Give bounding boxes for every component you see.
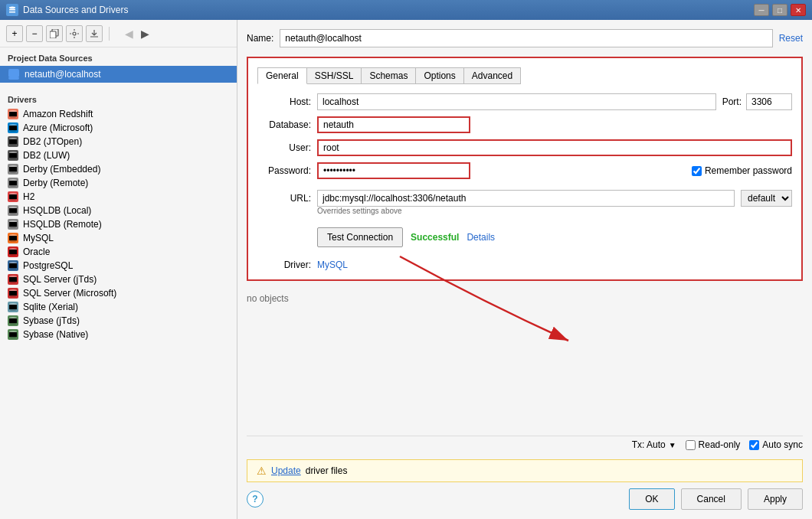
window-title: Data Sources and Drivers	[23, 5, 754, 15]
driver-item-10[interactable]: Oracle	[0, 245, 237, 259]
driver-item-8[interactable]: HSQLDB (Remote)	[0, 217, 237, 231]
back-button[interactable]: ◀	[122, 26, 136, 41]
port-input[interactable]	[746, 93, 792, 110]
help-button[interactable]: ?	[247, 491, 264, 508]
datasource-item-netauth[interactable]: netauth@localhost	[0, 66, 237, 83]
password-label: Password:	[257, 165, 311, 176]
driver-name-14: Sqlite (Xerial)	[23, 302, 78, 312]
host-label: Host:	[257, 96, 311, 107]
name-input[interactable]	[280, 29, 772, 47]
driver-name-0: Amazon Redshift	[23, 109, 93, 119]
tab-schemas[interactable]: Schemas	[361, 67, 416, 84]
driver-item-4[interactable]: Derby (Embedded)	[0, 162, 237, 176]
app-icon	[6, 4, 18, 16]
tab-advanced[interactable]: Advanced	[463, 67, 521, 84]
drivers-list: Amazon Redshift Azure (Microsoft) DB2 (J…	[0, 107, 237, 341]
driver-item-3[interactable]: DB2 (LUW)	[0, 149, 237, 162]
right-panel: Name: Reset General SSH/SSL Schemas Opti…	[237, 20, 812, 519]
tx-group: Tx: Auto ▼	[632, 439, 676, 450]
close-button[interactable]: ✕	[791, 4, 806, 16]
driver-link[interactable]: MySQL	[317, 260, 348, 270]
url-row: URL: default	[257, 190, 792, 207]
svg-point-62	[9, 335, 17, 338]
reset-link[interactable]: Reset	[779, 33, 803, 44]
driver-name-15: Sybase (jTds)	[23, 315, 80, 326]
readonly-checkbox[interactable]	[686, 440, 696, 450]
action-buttons: OK Cancel Apply	[629, 488, 803, 510]
driver-icon-16	[8, 329, 18, 340]
driver-item-7[interactable]: HSQLDB (Local)	[0, 204, 237, 217]
test-connection-button[interactable]: Test Connection	[317, 227, 403, 247]
driver-item-11[interactable]: PostgreSQL	[0, 259, 237, 273]
driver-item-5[interactable]: Derby (Remote)	[0, 176, 237, 190]
driver-name-7: HSQLDB (Local)	[23, 205, 91, 216]
svg-rect-5	[50, 31, 56, 38]
svg-point-17	[9, 129, 17, 132]
add-button[interactable]: +	[6, 25, 23, 42]
test-connection-row: Test Connection Successful Details	[317, 227, 792, 247]
project-sources-label: Project Data Sources	[0, 47, 237, 66]
minimize-button[interactable]: ─	[754, 4, 769, 16]
port-label: Port:	[722, 96, 742, 107]
driver-name-16: Sybase (Native)	[23, 329, 88, 340]
overrides-text: Overrides settings above	[317, 207, 792, 215]
driver-icon-8	[8, 219, 18, 230]
svg-point-50	[9, 280, 17, 283]
database-input[interactable]	[317, 116, 470, 133]
driver-item-6[interactable]: H2	[0, 190, 237, 204]
driver-item-1[interactable]: Azure (Microsoft)	[0, 121, 237, 135]
driver-name-10: Oracle	[23, 246, 50, 257]
svg-point-14	[9, 115, 17, 118]
autosync-group: Auto sync	[749, 439, 803, 450]
autosync-checkbox[interactable]	[749, 440, 759, 450]
driver-icon-2	[8, 136, 18, 147]
tab-options[interactable]: Options	[415, 67, 463, 84]
driver-icon-6	[8, 191, 18, 202]
remove-button[interactable]: −	[26, 25, 43, 42]
download-button[interactable]	[86, 25, 103, 42]
user-input[interactable]	[317, 139, 792, 156]
name-label: Name:	[247, 33, 273, 44]
toolbar: + − ◀ ▶	[0, 20, 237, 47]
svg-point-59	[9, 322, 17, 325]
tab-sshssl[interactable]: SSH/SSL	[306, 67, 362, 84]
driver-item-0[interactable]: Amazon Redshift	[0, 107, 237, 121]
config-button[interactable]	[66, 25, 83, 42]
driver-label: Driver:	[257, 260, 311, 270]
url-label: URL:	[257, 193, 311, 204]
svg-point-20	[9, 142, 17, 145]
url-scheme-select[interactable]: default	[741, 190, 792, 207]
url-section: URL: default Overrides settings above	[257, 190, 792, 215]
details-link[interactable]: Details	[467, 232, 495, 243]
driver-item-9[interactable]: MySQL	[0, 231, 237, 245]
driver-name-12: SQL Server (jTds)	[23, 274, 97, 285]
remember-checkbox[interactable]	[692, 166, 702, 176]
url-input[interactable]	[317, 190, 735, 207]
maximize-button[interactable]: □	[772, 4, 787, 16]
driver-item-2[interactable]: DB2 (JTOpen)	[0, 135, 237, 149]
svg-rect-2	[9, 11, 15, 13]
driver-item-13[interactable]: SQL Server (Microsoft)	[0, 286, 237, 300]
driver-icon-9	[8, 233, 18, 243]
driver-item-14[interactable]: Sqlite (Xerial)	[0, 300, 237, 314]
svg-point-32	[9, 197, 17, 201]
password-input[interactable]	[317, 162, 470, 179]
apply-button[interactable]: Apply	[748, 488, 803, 510]
host-input[interactable]	[317, 93, 716, 110]
driver-item-12[interactable]: SQL Server (jTds)	[0, 273, 237, 286]
tab-general[interactable]: General	[257, 67, 307, 84]
svg-point-35	[9, 211, 17, 214]
driver-item-15[interactable]: Sybase (jTds)	[0, 314, 237, 328]
ok-button[interactable]: OK	[629, 488, 674, 510]
forward-button[interactable]: ▶	[138, 26, 152, 41]
cancel-button[interactable]: Cancel	[681, 488, 742, 510]
driver-icon-1	[8, 122, 18, 133]
copy-button[interactable]	[46, 25, 63, 42]
svg-rect-8	[8, 71, 19, 73]
tabs: General SSH/SSL Schemas Options Advanced	[257, 67, 792, 84]
driver-name-6: H2	[23, 191, 34, 202]
driver-item-16[interactable]: Sybase (Native)	[0, 328, 237, 341]
update-link[interactable]: Update	[271, 465, 301, 476]
user-label: User:	[257, 142, 311, 153]
objects-label: no objects	[247, 293, 289, 304]
